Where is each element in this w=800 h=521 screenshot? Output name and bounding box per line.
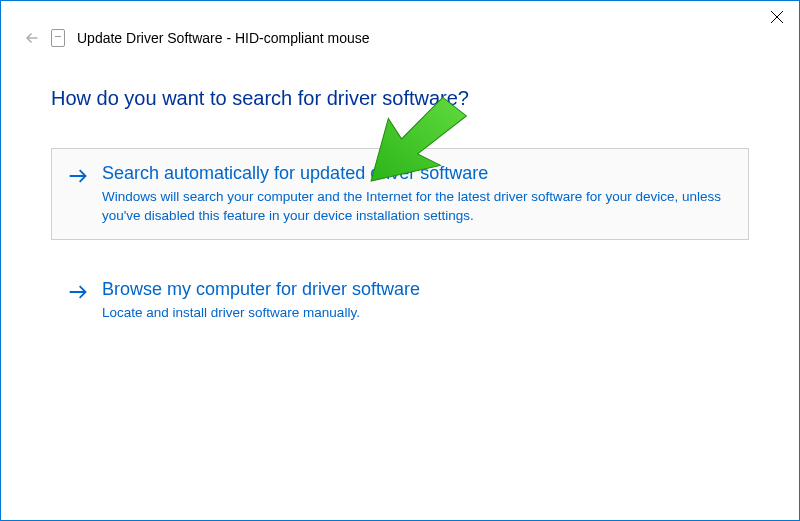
option-title: Search automatically for updated driver … (102, 163, 732, 184)
close-icon (771, 11, 783, 23)
wizard-title: Update Driver Software - HID-compliant m… (77, 30, 370, 46)
back-arrow-icon (21, 29, 39, 47)
content-area: How do you want to search for driver sof… (1, 57, 799, 338)
option-title: Browse my computer for driver software (102, 279, 732, 300)
option-text-block: Browse my computer for driver software L… (102, 279, 732, 323)
option-browse-computer[interactable]: Browse my computer for driver software L… (51, 264, 749, 338)
close-button[interactable] (754, 2, 799, 32)
option-description: Windows will search your computer and th… (102, 188, 732, 225)
back-button[interactable] (21, 29, 39, 47)
wizard-header: Update Driver Software - HID-compliant m… (1, 1, 799, 57)
device-icon (51, 29, 65, 47)
arrow-right-icon (68, 282, 88, 323)
option-search-automatically[interactable]: Search automatically for updated driver … (51, 148, 749, 240)
option-description: Locate and install driver software manua… (102, 304, 732, 323)
arrow-right-icon (68, 166, 88, 225)
option-text-block: Search automatically for updated driver … (102, 163, 732, 225)
titlebar (754, 1, 799, 33)
page-heading: How do you want to search for driver sof… (51, 87, 749, 110)
